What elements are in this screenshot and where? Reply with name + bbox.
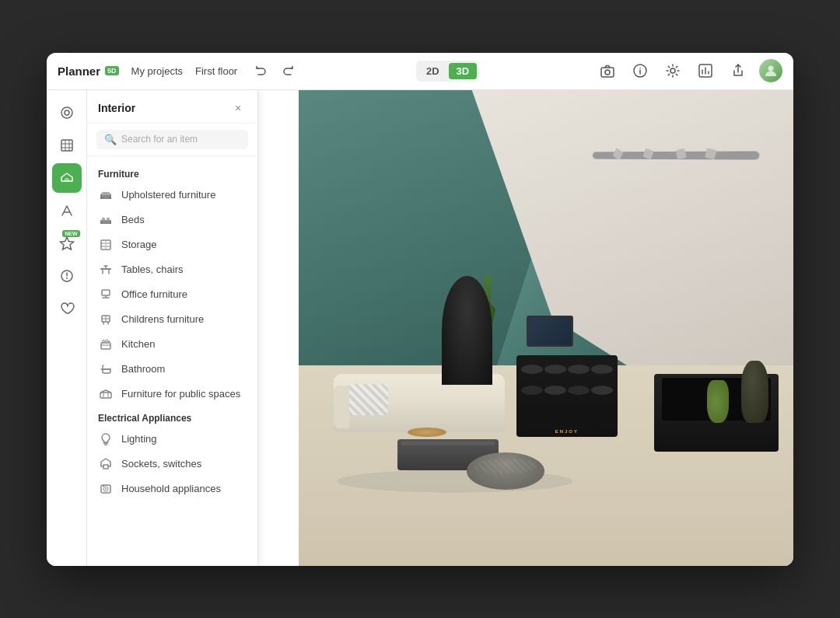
info-icon[interactable] (628, 59, 652, 82)
app-badge: 5D (105, 66, 119, 75)
sidebar-item-new[interactable]: NEW (52, 229, 82, 258)
svg-rect-18 (65, 179, 68, 181)
childrens-label: Childrens furniture (121, 313, 204, 325)
svg-point-38 (105, 247, 106, 248)
bathroom-label: Bathroom (121, 363, 165, 375)
panel-item-public[interactable]: Furniture for public spaces (87, 382, 257, 407)
svg-rect-29 (102, 218, 105, 221)
pouf (467, 452, 544, 490)
search-input[interactable] (121, 134, 240, 145)
chimney (442, 276, 492, 385)
search-icon: 🔍 (104, 134, 117, 145)
view-toggle: 2D 3D (416, 61, 479, 82)
svg-rect-25 (102, 192, 110, 195)
app-window: Planner 5D My projects First floor (47, 53, 793, 566)
household-icon (98, 481, 114, 497)
panel-title: Interior (98, 102, 135, 114)
svg-point-1 (605, 70, 610, 75)
wine-rack (516, 360, 618, 409)
upholstered-label: Upholstered furniture (121, 189, 215, 201)
panel-item-household[interactable]: Household appliances (87, 477, 257, 501)
bathroom-icon (98, 361, 114, 377)
export-icon[interactable] (726, 59, 750, 82)
cabinet-text: ENJOY (523, 429, 611, 434)
nav-first-floor[interactable]: First floor (195, 65, 237, 77)
svg-point-53 (106, 340, 108, 342)
view-2d-button[interactable]: 2D (418, 63, 447, 79)
tables-label: Tables, chairs (121, 264, 183, 275)
redo-button[interactable] (278, 60, 299, 82)
panel-item-kitchen[interactable]: Kitchen (87, 332, 257, 357)
topbar-nav: My projects First floor (131, 65, 238, 77)
svg-marker-20 (60, 237, 73, 250)
green-vase (707, 380, 729, 423)
office-label: Office furniture (121, 288, 187, 300)
chart-icon[interactable] (694, 59, 717, 82)
scene-bg: ENJOY (299, 90, 793, 566)
svg-point-4 (639, 68, 641, 69)
svg-point-5 (670, 68, 675, 73)
panel-item-sockets[interactable]: Sockets, switches (87, 452, 257, 477)
svg-rect-31 (100, 222, 102, 224)
settings-icon[interactable] (661, 59, 684, 82)
sidebar-item-favorites[interactable] (52, 294, 82, 323)
public-icon (98, 386, 114, 402)
panel-item-office[interactable]: Office furniture (87, 282, 257, 307)
app-logo: Planner 5D (58, 65, 119, 78)
svg-rect-0 (601, 68, 614, 77)
svg-rect-26 (100, 197, 103, 199)
panel-item-lighting[interactable]: Lighting (87, 427, 257, 452)
upholstered-icon (98, 187, 114, 203)
panel-item-beds[interactable]: Beds (87, 208, 257, 232)
sockets-icon (98, 456, 114, 472)
nav-my-projects[interactable]: My projects (131, 65, 183, 77)
svg-point-36 (105, 241, 106, 242)
monitor (527, 316, 573, 347)
beds-label: Beds (121, 214, 145, 225)
wine-cabinet: ENJOY (516, 355, 618, 437)
panel-item-bathroom[interactable]: Bathroom (87, 357, 257, 382)
sidebar-item-rooms[interactable] (52, 98, 82, 127)
panel-body: Furniture Upholstered furniture (87, 156, 257, 566)
user-avatar[interactable] (759, 59, 782, 82)
topbar: Planner 5D My projects First floor (47, 53, 793, 90)
sidebar-item-interior[interactable] (52, 163, 82, 193)
lighting-icon (98, 431, 114, 447)
svg-rect-32 (110, 222, 111, 224)
svg-rect-30 (107, 218, 110, 221)
panel-header: Interior × (87, 90, 257, 124)
svg-rect-13 (61, 140, 72, 151)
svg-rect-28 (100, 220, 111, 224)
svg-rect-42 (102, 290, 110, 295)
panel-item-childrens[interactable]: Childrens furniture (87, 307, 257, 332)
panel-item-tables[interactable]: Tables, chairs (87, 257, 257, 282)
sidebar-item-style[interactable] (52, 196, 82, 225)
kitchen-icon (98, 337, 114, 352)
view-3d-button[interactable]: 3D (449, 63, 478, 79)
camera-icon[interactable] (596, 59, 619, 82)
svg-point-23 (66, 278, 68, 279)
storage-icon (98, 237, 114, 253)
svg-point-37 (105, 244, 106, 245)
panel-item-upholstered[interactable]: Upholstered furniture (87, 183, 257, 208)
topbar-history (250, 60, 299, 82)
sidebar-item-walls[interactable] (52, 131, 82, 160)
undo-button[interactable] (250, 60, 271, 82)
sidebar-icons: NEW (47, 90, 87, 566)
tables-icon (98, 262, 114, 278)
childrens-icon (98, 312, 114, 327)
beds-icon (98, 212, 114, 228)
kitchen-label: Kitchen (121, 338, 155, 350)
sidebar-item-tools[interactable] (52, 261, 82, 291)
vase (741, 361, 768, 423)
household-label: Household appliances (121, 483, 221, 494)
svg-rect-64 (103, 485, 104, 487)
track-light-4 (705, 148, 717, 159)
panel-item-storage[interactable]: Storage (87, 232, 257, 257)
svg-point-12 (65, 110, 69, 115)
panel-close-button[interactable]: × (229, 100, 247, 117)
interior-panel: Interior × 🔍 Furniture (87, 90, 258, 566)
svg-rect-50 (101, 343, 110, 349)
public-label: Furniture for public spaces (121, 388, 240, 400)
svg-point-63 (105, 488, 107, 490)
